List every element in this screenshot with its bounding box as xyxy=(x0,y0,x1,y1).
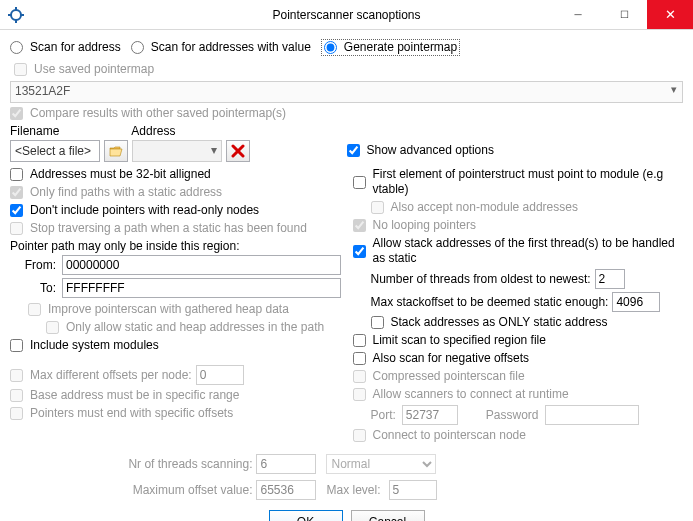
allow-scanners-check: Allow scanners to connect at runtime xyxy=(353,387,684,402)
accept-nonmodule-label: Also accept non-module addresses xyxy=(391,200,578,215)
max-offset-input xyxy=(256,480,316,500)
file-headers: Filename Address xyxy=(10,124,683,138)
allow-stack-first-check[interactable]: Allow stack addresses of the first threa… xyxy=(353,236,684,266)
show-advanced-label: Show advanced options xyxy=(367,143,494,158)
stop-traversing-check: Stop traversing a path when a static has… xyxy=(10,221,341,236)
use-saved-pointermap-check: Use saved pointermap xyxy=(14,62,683,77)
address-header: Address xyxy=(131,124,175,138)
compare-results-check: Compare results with other saved pointer… xyxy=(10,106,683,121)
no-readonly-label: Don't include pointers with read-only no… xyxy=(30,203,259,218)
only-static-heap-label: Only allow static and heap addresses in … xyxy=(66,320,324,335)
first-element-label: First element of pointerstruct must poin… xyxy=(373,167,684,197)
also-negative-check[interactable]: Also scan for negative offsets xyxy=(353,351,684,366)
allow-stack-first-label: Allow stack addresses of the first threa… xyxy=(373,236,684,266)
cancel-button[interactable]: Cancel xyxy=(351,510,425,521)
delete-file-button[interactable] xyxy=(226,140,250,162)
scan-for-addresses-value-radio[interactable]: Scan for addresses with value xyxy=(131,40,311,55)
password-label: Password xyxy=(486,408,539,423)
scan-mode-row: Scan for address Scan for addresses with… xyxy=(10,36,683,59)
app-icon xyxy=(8,7,24,23)
select-file-label: <Select a file> xyxy=(15,144,91,158)
num-threads-label: Number of threads from oldest to newest: xyxy=(371,272,591,287)
delete-x-icon xyxy=(231,144,245,158)
num-threads-input[interactable] xyxy=(595,269,625,289)
bottom-grid: Nr of threads scanning: Normal Maximum o… xyxy=(10,454,683,500)
scan-for-address-label: Scan for address xyxy=(30,40,121,55)
compressed-file-check: Compressed pointerscan file xyxy=(353,369,684,384)
generate-pointermap-radio[interactable]: Generate pointermap xyxy=(321,39,460,56)
scan-for-addresses-value-label: Scan for addresses with value xyxy=(151,40,311,55)
include-system-check[interactable]: Include system modules xyxy=(10,338,341,353)
max-level-input xyxy=(389,480,437,500)
compare-results-label: Compare results with other saved pointer… xyxy=(30,106,286,121)
close-button[interactable]: ✕ xyxy=(647,0,693,29)
folder-open-icon xyxy=(109,145,123,157)
dialog-content: Scan for address Scan for addresses with… xyxy=(0,30,693,521)
limit-region-file-check[interactable]: Limit scan to specified region file xyxy=(353,333,684,348)
only-static-heap-check: Only allow static and heap addresses in … xyxy=(46,320,341,335)
region-label: Pointer path may only be inside this reg… xyxy=(10,239,341,253)
port-label: Port: xyxy=(371,408,396,423)
max-level-label: Max level: xyxy=(326,483,380,497)
file-address-combo[interactable] xyxy=(132,140,222,162)
from-label: From: xyxy=(10,258,58,272)
nr-threads-label: Nr of threads scanning: xyxy=(10,457,256,471)
from-input[interactable] xyxy=(62,255,341,275)
use-saved-pointermap-label: Use saved pointermap xyxy=(34,62,154,77)
base-in-range-check: Base address must be in specific range xyxy=(10,388,341,403)
accept-nonmodule-check: Also accept non-module addresses xyxy=(371,200,684,215)
scan-for-address-radio[interactable]: Scan for address xyxy=(10,40,121,55)
end-with-offsets-label: Pointers must end with specific offsets xyxy=(30,406,233,421)
addr-32bit-label: Addresses must be 32-bit alligned xyxy=(30,167,211,182)
minimize-button[interactable]: ─ xyxy=(555,0,601,29)
port-input xyxy=(402,405,458,425)
only-static-check: Only find paths with a static address xyxy=(10,185,341,200)
max-stackoffset-label: Max stackoffset to be deemed static enou… xyxy=(371,295,609,310)
button-bar: OK Cancel xyxy=(10,510,683,521)
num-threads-row: Number of threads from oldest to newest: xyxy=(371,269,684,289)
address-combo[interactable]: 13521A2F xyxy=(10,81,683,103)
select-file-combo[interactable]: <Select a file> xyxy=(10,140,100,162)
priority-select: Normal xyxy=(326,454,436,474)
max-offset-label: Maximum offset value: xyxy=(10,483,256,497)
to-label: To: xyxy=(10,281,58,295)
stack-only-static-label: Stack addresses as ONLY static address xyxy=(391,315,608,330)
filename-header: Filename xyxy=(10,124,59,138)
no-looping-check: No looping pointers xyxy=(353,218,684,233)
left-column: Addresses must be 32-bit alligned Only f… xyxy=(10,164,341,446)
only-static-label: Only find paths with a static address xyxy=(30,185,222,200)
ok-button[interactable]: OK xyxy=(269,510,343,521)
open-file-button[interactable] xyxy=(104,140,128,162)
address-value: 13521A2F xyxy=(15,84,70,98)
titlebar: Pointerscanner scanoptions ─ ☐ ✕ xyxy=(0,0,693,30)
right-column: First element of pointerstruct must poin… xyxy=(353,164,684,446)
first-element-check[interactable]: First element of pointerstruct must poin… xyxy=(353,167,684,197)
limit-region-file-label: Limit scan to specified region file xyxy=(373,333,546,348)
stop-traversing-label: Stop traversing a path when a static has… xyxy=(30,221,307,236)
improve-heap-label: Improve pointerscan with gathered heap d… xyxy=(48,302,289,317)
end-with-offsets-check: Pointers must end with specific offsets xyxy=(10,406,341,421)
max-diff-offsets-label: Max different offsets per node: xyxy=(30,368,192,383)
addr-32bit-check[interactable]: Addresses must be 32-bit alligned xyxy=(10,167,341,182)
show-advanced-check[interactable]: Show advanced options xyxy=(347,143,684,158)
also-negative-label: Also scan for negative offsets xyxy=(373,351,530,366)
nr-threads-input xyxy=(256,454,316,474)
connect-node-check: Connect to pointerscan node xyxy=(353,428,684,443)
no-readonly-check[interactable]: Don't include pointers with read-only no… xyxy=(10,203,341,218)
max-diff-offsets-row: Max different offsets per node: xyxy=(10,365,341,385)
compressed-file-label: Compressed pointerscan file xyxy=(373,369,525,384)
to-input[interactable] xyxy=(62,278,341,298)
allow-scanners-label: Allow scanners to connect at runtime xyxy=(373,387,569,402)
include-system-label: Include system modules xyxy=(30,338,159,353)
generate-pointermap-label: Generate pointermap xyxy=(344,40,457,55)
maximize-button[interactable]: ☐ xyxy=(601,0,647,29)
stack-only-static-check[interactable]: Stack addresses as ONLY static address xyxy=(371,315,684,330)
connect-node-label: Connect to pointerscan node xyxy=(373,428,526,443)
improve-heap-check: Improve pointerscan with gathered heap d… xyxy=(28,302,341,317)
svg-point-0 xyxy=(11,10,21,20)
no-looping-label: No looping pointers xyxy=(373,218,476,233)
port-password-row: Port: Password xyxy=(371,405,684,425)
base-in-range-label: Base address must be in specific range xyxy=(30,388,239,403)
max-stackoffset-row: Max stackoffset to be deemed static enou… xyxy=(371,292,684,312)
max-stackoffset-input[interactable] xyxy=(612,292,660,312)
